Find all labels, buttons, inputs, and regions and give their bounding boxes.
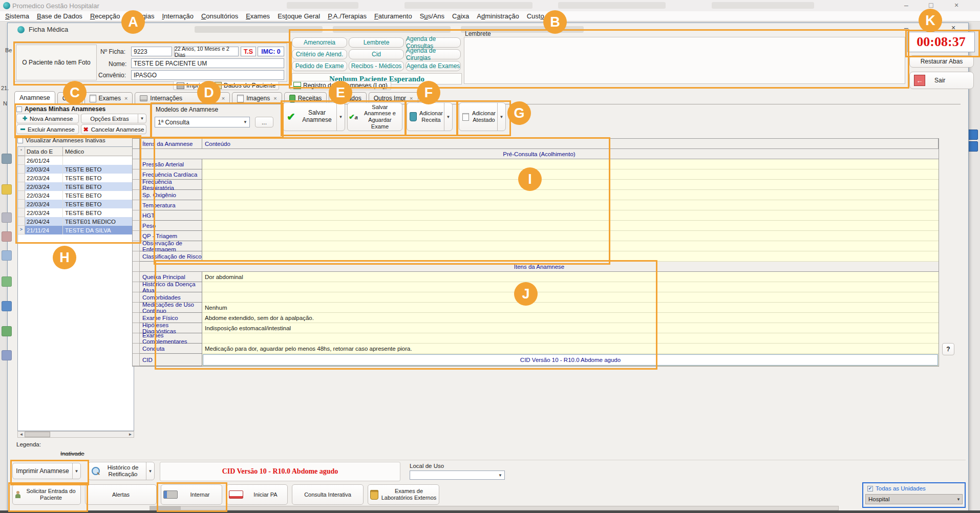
sidebar-app-icon[interactable] [2, 350, 12, 360]
quick-button-crit-rio-de-atend-[interactable]: Critério de Atend. [292, 49, 347, 59]
grid-item-content[interactable]: CID Versão 10 - R10.0 Abdome agudo [202, 354, 939, 366]
excluir-anamnese-button[interactable]: Excluir Anamnese [16, 124, 79, 134]
app-minimize-button[interactable]: – [904, 1, 908, 9]
anamnese-list-row[interactable]: 22/03/24TESTE BETO [18, 208, 134, 217]
menu-item-p-a-terapias[interactable]: P.A./Terapias [328, 12, 367, 20]
grid-item-content[interactable] [202, 241, 939, 251]
anamnese-list-row[interactable]: 22/03/24TESTE BETO [18, 165, 134, 174]
menu-item-interna-o[interactable]: Internação [162, 12, 193, 20]
chevron-down-icon[interactable]: ▼ [72, 463, 80, 479]
scrollbar-thumb[interactable] [25, 432, 50, 437]
imprimir-anamnese-button[interactable]: Imprimir Anamnese ▼ [12, 463, 81, 479]
grid-row-hgt[interactable]: HGT [133, 210, 939, 221]
sidebar-app-icon[interactable] [2, 154, 12, 164]
grid-item-content[interactable] [202, 190, 939, 200]
grid-item-content[interactable] [202, 200, 939, 210]
nome-input[interactable]: TESTE DE PACIENTE UM [131, 58, 284, 68]
quick-button-agenda-de-exames[interactable]: Agenda de Exames [406, 61, 461, 71]
background-scroll-button[interactable] [968, 130, 978, 140]
chevron-down-icon[interactable]: ▼ [146, 462, 154, 480]
grid-row-exames-complementares[interactable]: Exames Complementares [133, 333, 939, 344]
menu-item-consult-rios[interactable]: Consultórios [201, 12, 238, 20]
menu-item-sus-ans[interactable]: Sus/Ans [420, 12, 444, 20]
grid-row-qp-triagem[interactable]: QP - Triagem [133, 231, 939, 241]
window-minimize-button[interactable]: – [904, 24, 908, 32]
grid-item-content[interactable]: Abdome extendido, sem dor à apalpação. [202, 313, 939, 323]
tab-close-icon[interactable]: × [222, 95, 225, 101]
only-mine-checkbox[interactable]: Apenas Minhas Anamneses [16, 105, 105, 113]
cid-value-box[interactable]: CID Versão 10 - R10.0 Abdome agudo [203, 354, 938, 366]
tab-exames[interactable]: Exames× [84, 92, 133, 104]
grid-item-content[interactable] [202, 159, 939, 169]
grid-header-conteudo[interactable]: Conteúdo [202, 139, 939, 149]
quick-button-lembrete[interactable]: Lembrete [349, 37, 404, 48]
tab-close-icon[interactable]: × [410, 95, 413, 101]
nova-anamnese-button[interactable]: ✚Nova Anamnese [16, 114, 79, 123]
tab-imagens[interactable]: Imagens× [232, 92, 282, 104]
grid-row-sp-oxig-nio[interactable]: Sp. Oxigênio [133, 190, 939, 200]
sidebar-app-icon[interactable] [2, 250, 12, 261]
grid-row-hip-teses-diagn-sticas[interactable]: Hipóteses DiagnósticasIndisposição estom… [133, 323, 939, 333]
background-scroll-button[interactable] [968, 141, 978, 152]
adicionar-atestado-button[interactable]: Adicionar Atestado ▼ [459, 102, 506, 131]
show-inactive-checkbox[interactable]: Visualizar Anamneses Inativas [17, 137, 105, 143]
cancelar-anamnese-button[interactable]: ✖Cancelar Anamnese [81, 124, 146, 134]
grid-item-content[interactable] [202, 169, 939, 180]
grid-row-exame-f-sico[interactable]: Exame FísicoAbdome extendido, sem dor à … [133, 313, 939, 323]
grid-row-cid[interactable]: CIDCID Versão 10 - R10.0 Abdome agudo [133, 354, 939, 366]
todas-unidades-checkbox[interactable]: ✔ Todas as Unidades [867, 485, 965, 491]
unidade-combobox[interactable]: Hospital▼ [865, 494, 963, 504]
anamnese-list-row[interactable]: 26/01/24 [18, 156, 134, 165]
window-close-button[interactable]: × [951, 24, 955, 32]
bottom-button-consulta-interativa[interactable]: Consulta Interativa [292, 484, 364, 505]
menu-item-caixa[interactable]: Caixa [452, 12, 469, 20]
quick-button-recibos-m-dicos[interactable]: Recibos - Médicos [349, 61, 404, 71]
grid-header-itens[interactable]: Ítens da Anamnese [140, 139, 202, 149]
quick-button-amenorreia[interactable]: Amenorreia [292, 37, 347, 48]
scrollbar-thumb[interactable] [150, 506, 181, 510]
grid-item-content[interactable] [202, 251, 939, 262]
grid-item-content[interactable]: Indisposição estomacal/intestinal [202, 323, 939, 333]
bottom-button-internar[interactable]: Internar [161, 484, 222, 505]
local-de-uso-combobox[interactable]: ▼ [410, 471, 505, 480]
grid-row-temperatura[interactable]: Temperatura [133, 200, 939, 210]
list-horizontal-scrollbar[interactable]: ◄ ► [17, 431, 134, 438]
grid-item-content[interactable] [202, 210, 939, 221]
grid-item-content[interactable] [202, 282, 939, 292]
ficha-number-input[interactable]: 9223 [131, 47, 172, 56]
imc-badge[interactable]: IMC: 0 [258, 47, 284, 56]
salvar-aguardar-exame-button[interactable]: ✔a Salvar Anamnese e Aguardar Exame [347, 102, 402, 131]
sidebar-app-icon[interactable] [2, 231, 12, 242]
grid-item-content[interactable]: Nenhum [202, 303, 939, 313]
anamnese-list-row[interactable]: 22/04/24TESTE01 MEDICO [18, 217, 134, 226]
menu-item-custo[interactable]: Custo [527, 12, 544, 20]
salvar-anamnese-button[interactable]: ✔ Salvar Anamnese ▼ [283, 102, 345, 131]
quick-button-pedido-de-exame[interactable]: Pedido de Exame [292, 61, 347, 71]
chevron-down-icon[interactable]: ▼ [336, 103, 345, 131]
chevron-down-icon[interactable]: ▼ [497, 103, 505, 131]
modelo-combobox[interactable]: 1ª Consulta▼ [155, 117, 250, 127]
grid-item-content[interactable]: Medicação para dor, aguardar pelo menos … [202, 344, 939, 354]
menu-item-sistema[interactable]: Sistema [5, 12, 29, 20]
grid-item-content[interactable] [202, 333, 939, 344]
grid-item-content[interactable] [202, 231, 939, 241]
sidebar-app-icon[interactable] [2, 326, 12, 336]
scroll-left-icon[interactable]: ◄ [18, 432, 25, 437]
quick-button-agenda-de-consultas[interactable]: Agenda de Consultas [406, 37, 461, 48]
quick-button-cid[interactable]: Cid [349, 49, 404, 59]
sidebar-app-icon[interactable] [2, 276, 12, 287]
sidebar-app-icon[interactable] [2, 184, 12, 195]
menu-item-base-de-dados[interactable]: Base de Dados [37, 12, 82, 20]
anamnese-list-header[interactable]: * Data do E Médico [18, 147, 134, 156]
opcoes-extras-button[interactable]: Opções Extras▼ [81, 114, 146, 123]
bottom-button-alertas[interactable]: Alertas [85, 484, 157, 505]
anamnese-list-row[interactable]: 22/03/24TESTE BETO [18, 191, 134, 200]
tab-anamnese[interactable]: Anamnese [14, 91, 55, 104]
grid-row-conduta[interactable]: CondutaMedicação para dor, aguardar pelo… [133, 344, 939, 354]
app-close-button[interactable]: × [954, 1, 958, 9]
adicionar-receita-button[interactable]: Adicionar Receita ▼ [407, 102, 453, 131]
ts-badge[interactable]: T.S [241, 47, 256, 56]
grid-row-observa-o-de-enfermagem[interactable]: Observação de Enfermagem [133, 241, 939, 251]
grid-row-queixa-principal[interactable]: Queixa PrincipalDor abdominal [133, 272, 939, 282]
grid-item-content[interactable] [202, 292, 939, 303]
